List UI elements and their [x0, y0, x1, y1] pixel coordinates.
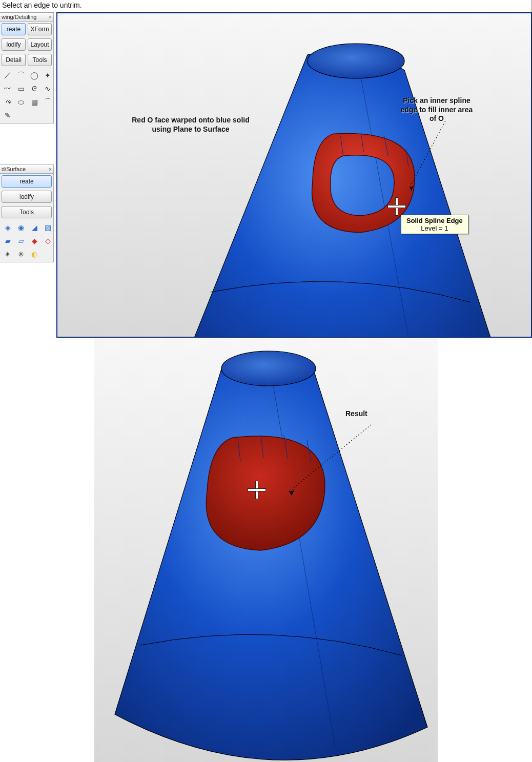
drawing-tool-grid: ／ ⌒ ◯ ✦ 〰 ▭ ᘓ ∿ ꩠ ⬭ ▦ ⌒ ✎ — [0, 68, 53, 123]
extrude-icon[interactable]: ◈ — [2, 221, 14, 234]
drawing-tab-xform[interactable]: XForm — [28, 23, 52, 35]
panel-title-drawing-text: wing/Detailing — [2, 14, 36, 20]
svg-point-0 — [308, 44, 404, 78]
lower-area: Result — [0, 338, 532, 762]
blend-icon[interactable]: ◇ — [42, 235, 54, 247]
arc-icon[interactable]: ⌒ — [15, 69, 27, 81]
cone-scene-top — [57, 13, 531, 337]
annotation-pick: Pick an inner splineedge to fill inner a… — [385, 96, 488, 123]
circle-icon[interactable]: ◯ — [28, 69, 40, 81]
drawing-tab-create[interactable]: reate — [2, 23, 26, 35]
prompt-text: Select an edge to untrim. — [2, 1, 82, 9]
revolve-icon[interactable]: ◉ — [15, 221, 27, 234]
tooltip-line1: Solid Spline Edge — [406, 217, 463, 224]
solid-tool-grid: ◈ ◉ ◢ ▧ ▰ ▱ ◆ ◇ ✴ ✳ ◐ — [0, 220, 53, 262]
grid-icon[interactable]: ▦ — [28, 96, 40, 108]
drawing-tab-tools[interactable]: Tools — [28, 54, 52, 66]
side-panels: wing/Detailing × reate XForm lodify Layo… — [0, 12, 54, 338]
panel-title-solid: d/Surface × — [0, 165, 53, 174]
viewport-top[interactable]: Red O face warped onto blue solidusing P… — [56, 12, 532, 338]
loft-icon[interactable]: ▧ — [42, 221, 54, 234]
drawing-tab-layout[interactable]: Layout — [28, 38, 52, 51]
axis2-icon[interactable]: ✳ — [15, 248, 27, 260]
solid-surface-panel: d/Surface × reate lodify Tools ◈ ◉ ◢ ▧ ▰… — [0, 164, 54, 262]
axis-icon[interactable]: ✴ — [2, 248, 14, 260]
drawing-detailing-panel: wing/Detailing × reate XForm lodify Layo… — [0, 12, 54, 123]
surf-icon[interactable]: ▱ — [15, 235, 27, 247]
panel-title-solid-text: d/Surface — [2, 166, 26, 172]
top-area: wing/Detailing × reate XForm lodify Layo… — [0, 12, 532, 338]
tooltip: Solid Spline Edge Level = 1 — [401, 215, 468, 234]
prompt-bar: Select an edge to untrim. — [0, 0, 532, 12]
curve-icon[interactable]: ᘓ — [28, 83, 40, 95]
ellipse-icon[interactable]: ⬭ — [15, 96, 27, 108]
rect-icon[interactable]: ▭ — [15, 83, 27, 95]
close-icon[interactable]: × — [49, 167, 52, 172]
solid-tab-create[interactable]: reate — [2, 175, 52, 188]
point-icon[interactable]: ✦ — [42, 69, 54, 81]
viewport-bottom[interactable]: Result — [94, 338, 438, 762]
close-icon[interactable]: × — [49, 14, 52, 20]
drawing-tab-detail[interactable]: Detail — [2, 54, 26, 66]
solid-tab-modify[interactable]: lodify — [2, 191, 52, 203]
line-icon[interactable]: ／ — [2, 69, 14, 81]
panel-title-drawing: wing/Detailing × — [0, 13, 53, 22]
sweep-icon[interactable]: ◢ — [28, 221, 40, 234]
sketch-icon[interactable]: ✎ — [2, 109, 14, 121]
tooltip-line2: Level = 1 — [406, 224, 463, 232]
patch-icon[interactable]: ◆ — [28, 235, 40, 247]
helix-icon[interactable]: ꩠ — [2, 96, 14, 108]
wave-icon[interactable]: ∿ — [42, 83, 54, 95]
drawing-tab-modify[interactable]: lodify — [2, 38, 26, 51]
svg-point-5 — [221, 351, 316, 386]
box-icon[interactable]: ▰ — [2, 235, 14, 247]
annotation-result: Result — [345, 409, 367, 419]
annotation-warp: Red O face warped onto blue solidusing P… — [114, 116, 268, 134]
arc2-icon[interactable]: ⌒ — [42, 96, 54, 108]
spline-icon[interactable]: 〰 — [2, 83, 14, 95]
solid-tab-tools[interactable]: Tools — [2, 206, 52, 218]
light-icon[interactable]: ◐ — [28, 248, 40, 260]
cone-scene-bottom — [94, 338, 438, 762]
